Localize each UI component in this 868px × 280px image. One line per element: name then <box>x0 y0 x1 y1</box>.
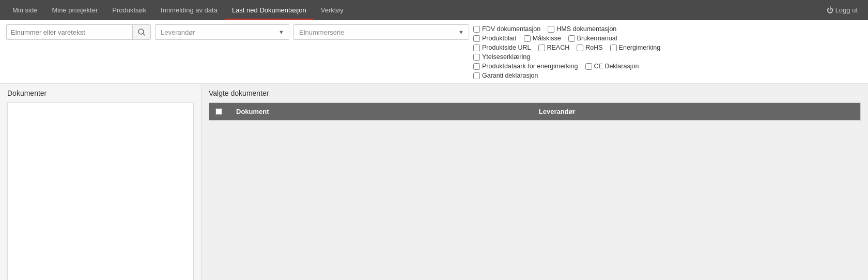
checkbox-item-ce-deklarasjon[interactable]: CE Deklarasjon <box>585 63 639 70</box>
checkbox-item-brukermanual[interactable]: Brukermanual <box>568 35 617 42</box>
checkbox-label-rohs: RoHS <box>585 44 602 51</box>
valgte-dokumenter-header: Valgte dokumenter <box>202 84 868 102</box>
checkbox-item-ytelseserklaring[interactable]: Ytelseserklæring <box>473 53 530 61</box>
checkbox-item-produktside-url[interactable]: Produktside URL <box>473 44 531 51</box>
dokumenter-header: Dokumenter <box>0 84 201 102</box>
checkbox-label-produktblad: Produktblad <box>482 35 517 42</box>
checkboxes-group: FDV dokumentasjonHMS dokumentasjonProduk… <box>473 24 862 79</box>
search-input[interactable] <box>7 25 132 39</box>
checkbox-item-hms[interactable]: HMS dokumentasjon <box>548 25 616 33</box>
search-button[interactable] <box>132 25 150 39</box>
checkbox-row-4: Ytelseserklæring <box>473 53 862 61</box>
checkbox-item-reach[interactable]: REACH <box>538 44 570 51</box>
right-panel: Valgte dokumenter Dokument Leverandør <box>202 84 868 280</box>
nav-item-last-ned-dokumentasjon[interactable]: Last ned Dokumentasjon <box>225 0 314 20</box>
checkbox-reach[interactable] <box>538 45 545 51</box>
checkbox-malskisse[interactable] <box>524 35 531 42</box>
logout-label: Logg ut <box>835 6 858 14</box>
checkbox-label-produktside-url: Produktside URL <box>482 44 531 51</box>
col-dokument: Dokument <box>230 103 533 120</box>
search-icon <box>138 28 145 36</box>
checkbox-ytelseserklaring[interactable] <box>473 54 480 61</box>
checkbox-ce-deklarasjon[interactable] <box>585 63 592 70</box>
logout-button[interactable]: ⏻ Logg ut <box>822 0 863 20</box>
elnummer-select[interactable]: Elnummerserie <box>293 24 469 40</box>
checkbox-energimerking[interactable] <box>610 45 617 51</box>
checkbox-item-fdv[interactable]: FDV dokumentasjon <box>473 25 540 33</box>
navbar: Min sideMine prosjekterProduktsøkInnmeld… <box>0 0 868 20</box>
left-panel: Dokumenter <box>0 84 202 280</box>
checkbox-produktdataark[interactable] <box>473 63 480 70</box>
search-wrapper <box>6 24 151 40</box>
main-content: Dokumenter Valgte dokumenter Dokument Le… <box>0 84 868 280</box>
documents-table: Dokument Leverandør <box>209 103 860 120</box>
checkbox-label-garanti: Garanti deklarasjon <box>482 72 538 79</box>
checkbox-garanti[interactable] <box>473 72 480 79</box>
checkbox-row-5: Produktdataark for energimerkingCE Dekla… <box>473 63 862 70</box>
elnummer-wrapper: Elnummerserie ▼ <box>293 24 469 40</box>
checkbox-produktside-url[interactable] <box>473 45 480 51</box>
checkbox-row-6: Garanti deklarasjon <box>473 72 862 79</box>
nav-item-produktsok[interactable]: Produktsøk <box>105 0 153 20</box>
nav-item-min-side[interactable]: Min side <box>5 0 44 20</box>
checkbox-label-brukermanual: Brukermanual <box>577 35 617 42</box>
checkbox-label-energimerking: Energimerking <box>619 44 661 51</box>
checkbox-item-rohs[interactable]: RoHS <box>577 44 602 51</box>
table-header: Dokument Leverandør <box>209 103 860 120</box>
svg-line-1 <box>143 34 145 35</box>
checkbox-label-ytelseserklaring: Ytelseserklæring <box>482 53 530 61</box>
checkbox-hms[interactable] <box>548 26 554 33</box>
checkbox-label-ce-deklarasjon: CE Deklarasjon <box>594 63 639 70</box>
checkbox-row-2: ProduktbladMålskisseBrukermanual <box>473 35 862 42</box>
checkbox-label-produktdataark: Produktdataark for energimerking <box>482 63 578 70</box>
select-all-checkbox[interactable] <box>215 108 222 115</box>
checkbox-row-3: Produktside URLREACHRoHSEnergimerking <box>473 44 862 51</box>
nav-links: Min sideMine prosjekterProduktsøkInnmeld… <box>5 0 822 20</box>
checkbox-brukermanual[interactable] <box>568 35 575 42</box>
checkbox-item-garanti[interactable]: Garanti deklarasjon <box>473 72 538 79</box>
checkbox-label-reach: REACH <box>547 44 570 51</box>
checkbox-item-malskisse[interactable]: Målskisse <box>524 35 561 42</box>
checkbox-item-produktdataark[interactable]: Produktdataark for energimerking <box>473 63 578 70</box>
checkbox-produktblad[interactable] <box>473 35 480 42</box>
nav-item-innmelding-av-data[interactable]: Innmelding av data <box>153 0 225 20</box>
col-checkbox <box>209 103 230 120</box>
nav-item-mine-prosjekter[interactable]: Mine prosjekter <box>44 0 105 20</box>
leverandor-wrapper: Leverandør ▼ <box>155 24 289 40</box>
checkbox-label-malskisse: Målskisse <box>533 35 561 42</box>
checkbox-rohs[interactable] <box>577 45 583 51</box>
checkbox-row-1: FDV dokumentasjonHMS dokumentasjon <box>473 25 862 33</box>
checkbox-label-hms: HMS dokumentasjon <box>556 25 616 33</box>
checkbox-item-produktblad[interactable]: Produktblad <box>473 35 517 42</box>
table-wrapper: Dokument Leverandør <box>209 102 861 121</box>
power-icon: ⏻ <box>827 6 833 14</box>
nav-item-verktoy[interactable]: Verktøy <box>314 0 351 20</box>
filter-row: Leverandør ▼ Elnummerserie ▼ FDV dokumen… <box>0 20 868 84</box>
table-header-row: Dokument Leverandør <box>209 103 860 120</box>
leverandor-select[interactable]: Leverandør <box>155 24 289 40</box>
checkbox-label-fdv: FDV dokumentasjon <box>482 25 540 33</box>
col-leverandor: Leverandør <box>533 103 860 120</box>
checkbox-fdv[interactable] <box>473 26 480 33</box>
checkbox-item-energimerking[interactable]: Energimerking <box>610 44 661 51</box>
dokumenter-body <box>7 102 194 280</box>
